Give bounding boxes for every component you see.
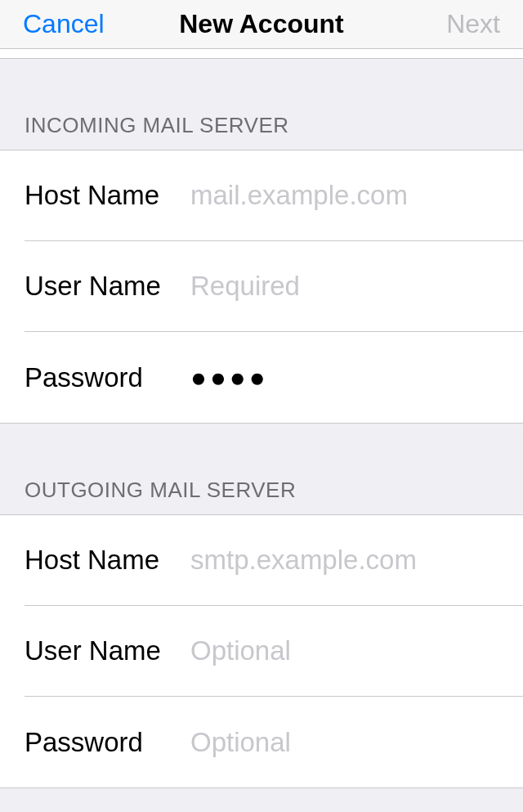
outgoing-password-label: Password [25,727,184,758]
outgoing-host-row: Host Name [0,515,523,606]
incoming-password-value[interactable]: ●●●● [184,362,269,393]
cancel-button[interactable]: Cancel [23,9,155,39]
incoming-group: Host Name User Name Password ●●●● [0,150,523,424]
page-title: New Account [155,9,368,39]
top-gap [0,49,523,59]
incoming-user-row: User Name [0,241,523,332]
outgoing-section-header: OUTGOING MAIL SERVER [0,424,523,514]
outgoing-host-label: Host Name [25,545,184,576]
navbar: Cancel New Account Next [0,0,523,49]
incoming-password-row: Password ●●●● [0,332,523,423]
incoming-user-input[interactable] [184,241,523,331]
incoming-user-label: User Name [25,271,184,302]
incoming-section-header: INCOMING MAIL SERVER [0,59,523,150]
outgoing-group: Host Name User Name Password [0,514,523,788]
next-button[interactable]: Next [368,9,500,39]
incoming-host-label: Host Name [25,180,184,211]
incoming-password-label: Password [25,362,184,393]
outgoing-user-input[interactable] [184,606,523,696]
incoming-host-row: Host Name [0,150,523,241]
outgoing-user-label: User Name [25,635,184,666]
outgoing-password-row: Password [0,697,523,787]
outgoing-user-row: User Name [0,606,523,697]
incoming-host-input[interactable] [184,150,523,240]
outgoing-host-input[interactable] [184,515,523,605]
outgoing-password-input[interactable] [184,697,523,787]
